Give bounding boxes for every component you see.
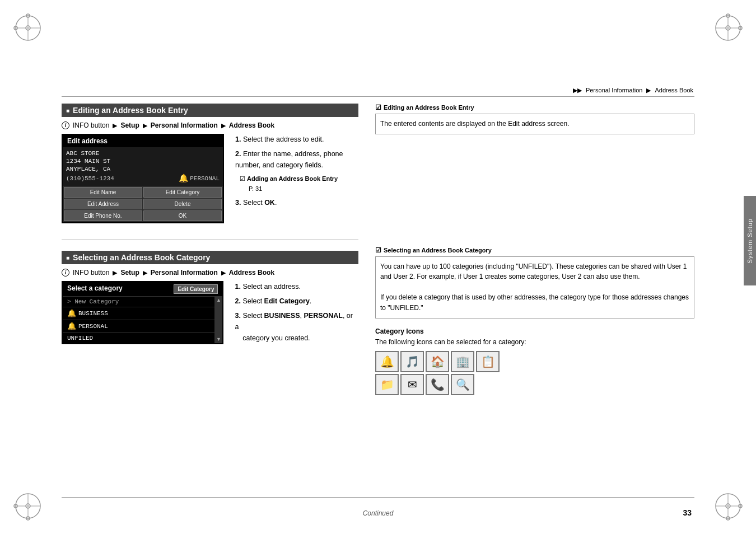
cat-icons-subtitle: The following icons can be selected for … xyxy=(375,338,694,347)
screen-buttons-1: Edit Name Edit Category Edit Address Del… xyxy=(63,186,223,222)
cat-icon-2: 🎵 xyxy=(400,351,424,372)
edit-name-btn[interactable]: Edit Name xyxy=(64,187,142,198)
breadcrumb: ▶▶ Personal Information ▶ Address Book xyxy=(572,87,694,94)
note2-text-p1: You can have up to 100 categories (inclu… xyxy=(380,261,689,282)
cat-screen-header: Select a category Edit Category xyxy=(63,282,222,296)
cat-icons-title: Category Icons xyxy=(375,327,694,335)
cat-icon-8: 📞 xyxy=(426,374,449,395)
side-tab: System Setup xyxy=(744,196,756,285)
main-content: Editing an Address Book Entry i INFO but… xyxy=(62,104,694,489)
cat-icon-6: 📁 xyxy=(375,374,399,395)
cat-icon-7: ✉ xyxy=(400,374,424,395)
bottom-divider xyxy=(62,497,694,498)
left-column: Editing an Address Book Entry i INFO but… xyxy=(62,104,358,351)
setup-label-2: Setup xyxy=(120,269,139,277)
edit-category-header-btn[interactable]: Edit Category xyxy=(174,284,218,294)
note2-box: You can have up to 100 categories (inclu… xyxy=(375,256,694,318)
step1-3: 3. Select OK. xyxy=(235,197,343,208)
edit-address-screen: Edit address ABC STORE 1234 MAIN ST ANYP… xyxy=(62,134,224,223)
cat-icon-3: 🏠 xyxy=(426,351,449,372)
note2-label: Selecting an Address Book Category xyxy=(375,246,694,254)
corner-decoration-bl xyxy=(11,489,45,523)
edit-category-btn[interactable]: Edit Category xyxy=(143,187,222,198)
breadcrumb-item1: Personal Information xyxy=(586,87,643,93)
cat-icon-4: 🏢 xyxy=(451,351,474,372)
step2-2: 2. Select Edit Category. xyxy=(235,296,358,307)
select-category-screen: Select a category Edit Category > New Ca… xyxy=(62,281,223,344)
screen-line-4: (310)555-1234 🔔 PERSONAL xyxy=(66,173,220,184)
ok-btn[interactable]: OK xyxy=(143,210,222,221)
edit-phone-btn[interactable]: Edit Phone No. xyxy=(64,210,142,221)
section1-header: Editing an Address Book Entry xyxy=(62,104,358,117)
corner-decoration-tr xyxy=(711,11,745,45)
note1-label: Editing an Address Book Entry xyxy=(375,104,694,111)
step1-2: 2. Enter the name, address, phonenumber,… xyxy=(235,148,343,171)
screen-body-1: ABC STORE 1234 MAIN ST ANYPLACE, CA (310… xyxy=(63,147,223,186)
note1-box: The entered contents are displayed on th… xyxy=(375,114,694,134)
breadcrumb-item2: Address Book xyxy=(655,87,693,93)
scroll-down-btn[interactable]: ▼ xyxy=(215,335,222,343)
screen-line-1: ABC STORE xyxy=(66,149,220,157)
personal-info-label-1: Personal Information xyxy=(151,121,218,129)
section-divider xyxy=(62,239,358,240)
step1-2b: ☑ Adding an Address Book Entry P. 31 xyxy=(240,174,343,194)
info-icon-1: i xyxy=(62,121,69,129)
step1-1: 1. Select the address to edit. xyxy=(235,134,343,145)
section1-steps: 1. Select the address to edit. 2. Enter … xyxy=(233,134,343,212)
delete-btn[interactable]: Delete xyxy=(143,199,222,209)
screen-line-2: 1234 MAIN ST xyxy=(66,157,220,165)
breadcrumb-arrow2: ▶ xyxy=(646,87,651,93)
screen-title-1: Edit address xyxy=(63,135,223,147)
scroll-up-btn[interactable]: ▲ xyxy=(215,296,222,304)
note2-text-p2: If you delete a category that is used by… xyxy=(380,292,689,313)
scrollbar: ▲ ▼ xyxy=(214,296,222,343)
continued-label: Continued xyxy=(363,509,394,517)
cat-scrollbar-area: > New Category 🔔 BUSINESS 🔔 PERSONAL UNF… xyxy=(63,296,222,343)
section2: Selecting an Address Book Category i INF… xyxy=(62,251,358,351)
section1-info-line: i INFO button ▶ Setup ▶ Personal Informa… xyxy=(62,121,358,129)
top-divider xyxy=(62,96,694,97)
section2-info-line: i INFO button ▶ Setup ▶ Personal Informa… xyxy=(62,269,358,277)
cat-icon-1: 🔔 xyxy=(375,351,399,372)
cat-icon-9: 🔍 xyxy=(451,374,474,395)
side-tab-label: System Setup xyxy=(746,218,753,263)
cat-item-business[interactable]: 🔔 BUSINESS xyxy=(63,307,214,320)
setup-label-1: Setup xyxy=(120,121,139,129)
cat-item-new[interactable]: > New Category xyxy=(63,296,214,307)
right-column: Editing an Address Book Entry The entere… xyxy=(375,104,694,395)
section2-header: Selecting an Address Book Category xyxy=(62,251,358,264)
cat-item-unfiled[interactable]: UNFILED xyxy=(63,332,214,343)
section2-steps: 1. Select an address. 2. Select Edit Cat… xyxy=(232,281,358,347)
cat-list: > New Category 🔔 BUSINESS 🔔 PERSONAL UNF… xyxy=(63,296,214,343)
info-button-label-1: INFO button xyxy=(73,121,109,129)
info-button-label-2: INFO button xyxy=(73,269,109,277)
address-book-label-2: Address Book xyxy=(229,269,274,277)
info-icon-2: i xyxy=(62,269,69,277)
corner-decoration-br xyxy=(711,489,745,523)
step2-1: 1. Select an address. xyxy=(235,281,358,292)
category-icons-grid: 🔔 🎵 🏠 🏢 📋 📁 ✉ 📞 🔍 xyxy=(375,351,694,395)
cat-item-personal[interactable]: 🔔 PERSONAL xyxy=(63,320,214,332)
corner-decoration-tl xyxy=(11,11,45,45)
cat-icon-5: 📋 xyxy=(476,351,500,372)
step2-3: 3. Select BUSINESS, PERSONAL, or a categ… xyxy=(235,310,358,344)
personal-info-label-2: Personal Information xyxy=(151,269,218,277)
screen-line-3: ANYPLACE, CA xyxy=(66,165,220,173)
page-number: 33 xyxy=(683,508,692,517)
breadcrumb-arrows: ▶▶ xyxy=(573,87,582,93)
edit-address-btn[interactable]: Edit Address xyxy=(64,199,142,209)
address-book-label-1: Address Book xyxy=(229,121,274,129)
